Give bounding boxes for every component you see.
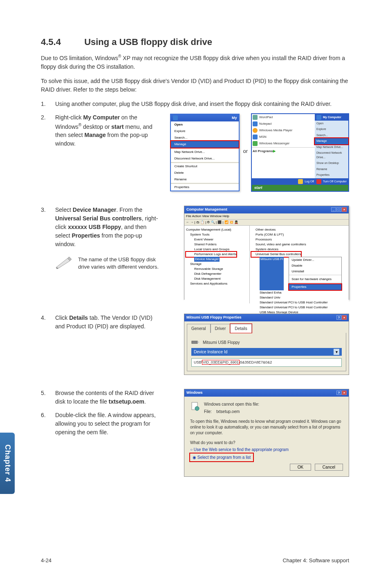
- ctx-update[interactable]: Update Driver...: [289, 257, 341, 263]
- unknown-file-icon: [190, 402, 200, 411]
- section-title: 4.5.4 Using a USB floppy disk drive: [41, 37, 349, 47]
- menu-open[interactable]: Open: [171, 121, 239, 128]
- tab-details[interactable]: Details: [230, 324, 252, 333]
- start-wmp[interactable]: Windows Media Player: [259, 128, 292, 133]
- ok-button[interactable]: OK: [290, 464, 311, 471]
- sm-rename[interactable]: Rename: [315, 166, 348, 173]
- dev-s4[interactable]: Standard Universal PCI to USB Host Contr…: [251, 300, 347, 305]
- dev-ports[interactable]: Ports (COM & LPT): [251, 232, 347, 237]
- dev-sound[interactable]: Sound, video and game controllers: [251, 242, 347, 247]
- help-icon[interactable]: ?: [336, 315, 341, 320]
- sm-show[interactable]: Show on Desktop: [315, 160, 348, 166]
- tree-defrag[interactable]: Disk Defragmenter: [186, 272, 248, 276]
- maximize-icon[interactable]: □: [336, 207, 341, 212]
- start-mycomputer-header: My Computer: [315, 114, 348, 121]
- intro-para-1: Due to OS limitation, Windows® XP may no…: [41, 53, 349, 71]
- tree-root[interactable]: Computer Management (Local): [186, 227, 248, 232]
- radio-web[interactable]: ○ Use the Web service to find the approp…: [190, 446, 343, 453]
- ctx-uninstall[interactable]: Uninstall: [289, 269, 341, 274]
- dev-proc[interactable]: Processors: [251, 237, 347, 242]
- menu-manage[interactable]: Manage: [171, 141, 239, 148]
- start-msn[interactable]: MSN: [259, 135, 267, 139]
- prop-tabs: General Driver Details: [184, 321, 349, 333]
- dev-s1[interactable]: Standard Univ: [251, 295, 347, 300]
- page-footer: 4-24 Chapter 4: Software support: [41, 557, 349, 563]
- tree-shared[interactable]: Shared Folders: [186, 242, 248, 247]
- svg-rect-1: [197, 341, 199, 343]
- dev-sys[interactable]: System devices: [251, 247, 347, 252]
- minimize-icon[interactable]: _: [331, 207, 336, 212]
- device-instance-combo[interactable]: Device Instance Id ▾: [191, 348, 342, 356]
- sm-search[interactable]: Search...: [315, 132, 348, 139]
- menu-search[interactable]: Search...: [171, 135, 239, 141]
- help-icon[interactable]: ?: [336, 391, 341, 395]
- dev-usb[interactable]: Universal Serial Bus controllers: [251, 252, 301, 257]
- start-allprograms[interactable]: All Programs: [253, 149, 273, 154]
- sm-disc[interactable]: Disconnect Network Drive...: [315, 150, 348, 160]
- tab-driver[interactable]: Driver: [211, 324, 231, 333]
- menu-map-drive[interactable]: Map Network Drive...: [171, 149, 239, 155]
- tree-services[interactable]: Services and Applications: [186, 281, 248, 286]
- tree-devicemgr[interactable]: Device Manager: [194, 257, 220, 262]
- device-instance-value[interactable]: USB\VID_03EE&PID_6901\5&35EDA8E7&0&2: [191, 358, 342, 367]
- start-messenger[interactable]: Windows Messenger: [259, 141, 289, 146]
- tree-users[interactable]: Local Users and Groups: [186, 247, 248, 252]
- close-icon[interactable]: ×: [342, 391, 347, 395]
- menu-delete[interactable]: Delete: [171, 170, 239, 176]
- tree-perf[interactable]: Performance Logs and Alerts: [186, 252, 236, 257]
- ctx-properties[interactable]: Properties: [289, 284, 341, 290]
- turnoff-button[interactable]: Turn Off Computer: [316, 179, 347, 184]
- cm-left-tree[interactable]: Computer Management (Local) System Tools…: [184, 226, 250, 303]
- close-icon[interactable]: ×: [342, 315, 347, 320]
- step-1: 1. Using another computer, plug the USB …: [41, 100, 349, 108]
- messenger-icon: [253, 141, 258, 146]
- tab-general[interactable]: General: [187, 324, 211, 333]
- menu-explore[interactable]: Explore: [171, 128, 239, 135]
- tree-storage[interactable]: Storage: [186, 262, 248, 267]
- wordpad-icon: [253, 115, 258, 120]
- dev-other[interactable]: Other devices: [251, 227, 347, 232]
- cm-toolbar[interactable]: ← → | 🗀 📋 | ⚙ 🔍 | ⬛ | 📶 💥 💂: [184, 220, 349, 226]
- tree-removable[interactable]: Removable Storage: [186, 267, 248, 272]
- sm-map[interactable]: Map Network Drive...: [315, 144, 348, 150]
- menu-rename[interactable]: Rename: [171, 176, 239, 183]
- tree-systools[interactable]: System Tools: [186, 232, 248, 237]
- computer-management-window: Computer Management _□× File Action View…: [184, 206, 349, 300]
- prop-title: Mitsumi USB Floppy Properties: [186, 315, 242, 321]
- ctx-scan[interactable]: Scan for hardware changes: [289, 276, 341, 282]
- radio-list[interactable]: ◉ Select the program from a list: [190, 453, 253, 461]
- usb-device-icon: [191, 339, 199, 345]
- cancel-button[interactable]: Cancel: [315, 464, 343, 471]
- step-3: 3. Select Device Manager. From the Unive…: [41, 206, 164, 271]
- chapter-label: Chapter 4: Software support: [282, 557, 349, 563]
- start-button[interactable]: start: [252, 185, 348, 191]
- tree-diskmgmt[interactable]: Disk Management: [186, 276, 248, 281]
- chapter-tab: Chapter 4: [0, 433, 15, 494]
- start-notepad[interactable]: Notepad: [259, 121, 271, 126]
- logoff-button[interactable]: Log Off: [298, 179, 314, 184]
- sm-explore[interactable]: Explore: [315, 126, 348, 132]
- menu-disconnect-drive[interactable]: Disconnect Network Drive...: [171, 155, 239, 162]
- sm-manage[interactable]: Manage: [315, 138, 348, 144]
- poweroff-icon: [316, 179, 321, 184]
- dev-s5[interactable]: Standard Universal PCI to USB Host Contr…: [251, 305, 347, 310]
- chevron-down-icon[interactable]: ▾: [334, 349, 339, 355]
- cm-title: Computer Management: [186, 207, 227, 213]
- menu-properties[interactable]: Properties: [171, 184, 239, 191]
- ctx-disable[interactable]: Disable: [289, 263, 341, 269]
- tree-eventviewer[interactable]: Event Viewer: [186, 237, 248, 242]
- sm-prop[interactable]: Properties: [315, 172, 348, 178]
- pencil-note-icon: [55, 256, 72, 269]
- svg-rect-0: [192, 341, 197, 343]
- start-wordpad[interactable]: WordPad: [259, 115, 273, 120]
- cm-right-tree[interactable]: Other devices Ports (COM & LPT) Processo…: [250, 226, 349, 303]
- cm-menubar[interactable]: File Action View Window Help: [184, 213, 349, 220]
- sm-open[interactable]: Open: [315, 121, 348, 127]
- dev-s0[interactable]: Standard Enha: [251, 290, 347, 295]
- mycomputer-context-menu: My Open Explore Search... Manage Map Net…: [170, 114, 240, 192]
- menu-shortcut[interactable]: Create Shortcut: [171, 163, 239, 170]
- svg-point-3: [195, 406, 199, 411]
- section-number: 4.5.4: [41, 37, 82, 47]
- dev-mitsumi[interactable]: Mitsumi USB Fl: [260, 257, 284, 290]
- close-icon[interactable]: ×: [342, 207, 347, 212]
